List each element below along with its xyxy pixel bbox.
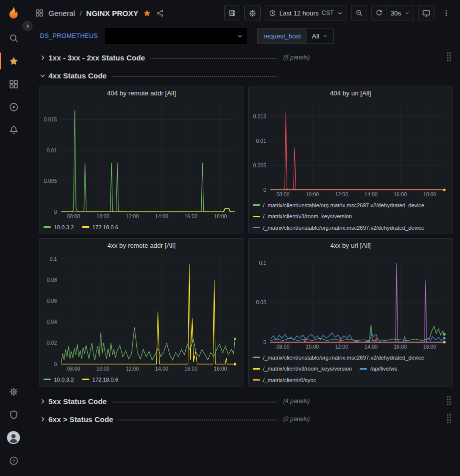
legend-item[interactable]: /_matrix/client/v3/room_keys/version <box>253 364 352 374</box>
panel-chart[interactable]: 00.0050.010.01508:0010:0012:0014:0016:00… <box>249 100 453 199</box>
svg-text:0.01: 0.01 <box>256 138 266 144</box>
svg-text:12:00: 12:00 <box>126 213 139 219</box>
svg-text:0.01: 0.01 <box>47 147 57 153</box>
chart-svg[interactable]: 00.0050.010.01508:0010:0012:0014:0016:00… <box>249 100 453 199</box>
row-drag-handle[interactable] <box>447 396 452 406</box>
star-icon <box>8 56 19 66</box>
row-drag-handle[interactable] <box>447 52 452 62</box>
toolbar: Last 12 hours CST 30s <box>224 5 454 20</box>
panel-chart[interactable]: 00.020.040.060.080.108:0010:0012:0014:00… <box>39 253 244 373</box>
tv-mode-button[interactable] <box>418 5 435 20</box>
save-dashboard-button[interactable] <box>224 5 240 20</box>
sidebar-item-help[interactable]: ? <box>0 449 27 472</box>
sidebar-item-starred[interactable] <box>0 49 27 72</box>
svg-text:08:00: 08:00 <box>276 344 289 350</box>
legend-item[interactable]: /_matrix/client/unstable/org.matrix.msc2… <box>253 353 425 363</box>
svg-text:0.05: 0.05 <box>256 299 266 305</box>
refresh-interval-label: 30s <box>391 9 401 17</box>
timezone-label: CST <box>322 9 334 16</box>
legend-item[interactable]: /_matrix/client/unstable/org.matrix.msc2… <box>253 200 425 210</box>
sidebar-item-dashboards[interactable] <box>0 72 27 95</box>
chevron-down-icon <box>404 10 410 16</box>
chevron-right-icon <box>39 398 46 405</box>
dashboard-settings-button[interactable] <box>244 5 261 20</box>
legend-item[interactable]: /_matrix/client/r0/sync <box>253 375 316 385</box>
svg-text:18:00: 18:00 <box>214 366 227 372</box>
datasource-value-select[interactable] <box>105 28 247 44</box>
save-icon <box>228 9 236 17</box>
legend-item[interactable]: /_matrix/client/v3/room_keys/version <box>253 211 352 221</box>
grafana-app: ? General / NGINX PROXY <box>0 0 460 476</box>
panel-title[interactable]: 404 by uri [All] <box>249 86 453 100</box>
panel-404-by-uri: 404 by uri [All] 00.0050.010.01508:0010:… <box>248 86 454 234</box>
row-1xx-3xx-2xx[interactable]: 1xx - 3xx - 2xx Status Code (6 panels) <box>39 50 453 65</box>
time-range-label: Last 12 hours <box>279 9 319 17</box>
chevron-right-icon <box>25 23 30 29</box>
panel-grid: 404 by remote addr [All] 00.0050.010.015… <box>39 86 453 387</box>
apps-grid-icon <box>35 8 44 17</box>
chevron-down-icon <box>322 33 328 39</box>
legend-item[interactable]: /_matrix/client/unstable/org.matrix.msc2… <box>253 223 425 233</box>
panel-title[interactable]: 404 by remote addr [All] <box>39 86 244 100</box>
row-panel-count: (2 panels) <box>283 416 310 423</box>
sidebar-item-profile[interactable] <box>0 426 27 449</box>
dashboard-content: 1xx - 3xx - 2xx Status Code (6 panels) 4… <box>27 46 460 476</box>
chevron-down-icon <box>237 33 243 39</box>
svg-text:14:00: 14:00 <box>364 191 377 197</box>
dashboard-header: General / NGINX PROXY Last 12 hours CST <box>27 0 460 26</box>
legend-item[interactable]: 10.0.3.2 <box>43 222 74 232</box>
row-4xx[interactable]: 4xx Status Code <box>39 68 453 83</box>
row-5xx[interactable]: 5xx Status Code (4 panels) <box>39 394 453 409</box>
legend-item[interactable]: /api/live/ws <box>360 364 397 374</box>
chart-svg[interactable]: 00.050.108:0010:0012:0014:0016:0018:00 <box>249 253 453 351</box>
share-icon[interactable] <box>156 9 164 17</box>
panel-title[interactable]: 4xx by remote addr [All] <box>39 239 244 253</box>
panel-title[interactable]: 4xx by uri [All] <box>249 239 453 253</box>
request-host-value-select[interactable]: All <box>307 28 334 44</box>
svg-text:10:00: 10:00 <box>96 366 109 372</box>
time-range-picker[interactable]: Last 12 hours CST <box>265 5 347 20</box>
main-area: General / NGINX PROXY Last 12 hours CST <box>27 0 460 476</box>
svg-text:18:00: 18:00 <box>423 191 436 197</box>
panel-chart[interactable]: 00.0050.010.01508:0010:0012:0014:0016:00… <box>39 100 244 221</box>
favorite-star-icon[interactable] <box>143 9 151 17</box>
panel-legend: 10.0.3.2172.18.0.6 <box>39 221 244 234</box>
breadcrumb-section[interactable]: General <box>48 9 75 17</box>
svg-text:12:00: 12:00 <box>126 366 139 372</box>
sidebar-item-explore[interactable] <box>0 95 27 118</box>
zoom-out-button[interactable] <box>351 5 367 20</box>
chart-svg[interactable]: 00.020.040.060.080.108:0010:0012:0014:00… <box>39 253 244 373</box>
svg-text:14:00: 14:00 <box>155 213 168 219</box>
row-drag-handle[interactable] <box>447 414 452 424</box>
chart-svg[interactable]: 00.0050.010.01508:0010:0012:0014:0016:00… <box>39 100 244 221</box>
svg-text:0.1: 0.1 <box>259 260 266 266</box>
refresh-button[interactable] <box>371 5 387 20</box>
sidebar-item-search[interactable] <box>0 26 27 49</box>
row-dotted-leader <box>112 402 277 403</box>
sidebar-expand-button[interactable] <box>22 21 32 31</box>
sidebar-item-configuration[interactable] <box>0 380 27 403</box>
sidebar-item-alerting[interactable] <box>0 118 27 141</box>
search-icon <box>8 33 19 43</box>
sidebar: ? <box>0 0 27 476</box>
more-options-button[interactable] <box>439 5 454 20</box>
panel-chart[interactable]: 00.050.108:0010:0012:0014:0016:0018:00 <box>249 253 453 351</box>
legend-item[interactable]: 10.0.3.2 <box>43 375 74 385</box>
svg-text:14:00: 14:00 <box>364 344 377 350</box>
zoom-out-icon <box>355 9 363 17</box>
legend-item[interactable]: 172.18.0.6 <box>82 222 118 232</box>
sidebar-item-server-admin[interactable] <box>0 403 27 426</box>
row-6xx[interactable]: 6xx > Status Code (2 panels) <box>39 412 453 427</box>
legend-item[interactable]: 172.18.0.6 <box>82 375 118 385</box>
refresh-interval-select[interactable]: 30s <box>387 5 414 20</box>
shield-icon <box>8 410 19 420</box>
breadcrumb: General / NGINX PROXY <box>35 8 164 17</box>
kebab-menu-icon <box>442 9 451 17</box>
svg-text:08:00: 08:00 <box>67 366 80 372</box>
panel-legend: 10.0.3.2172.18.0.6 <box>39 373 244 386</box>
grafana-logo[interactable] <box>6 5 21 20</box>
svg-text:10:00: 10:00 <box>306 344 319 350</box>
row-title-group: 5xx Status Code <box>48 397 282 406</box>
svg-text:08:00: 08:00 <box>276 191 289 197</box>
row-title: 6xx > Status Code <box>48 415 113 424</box>
